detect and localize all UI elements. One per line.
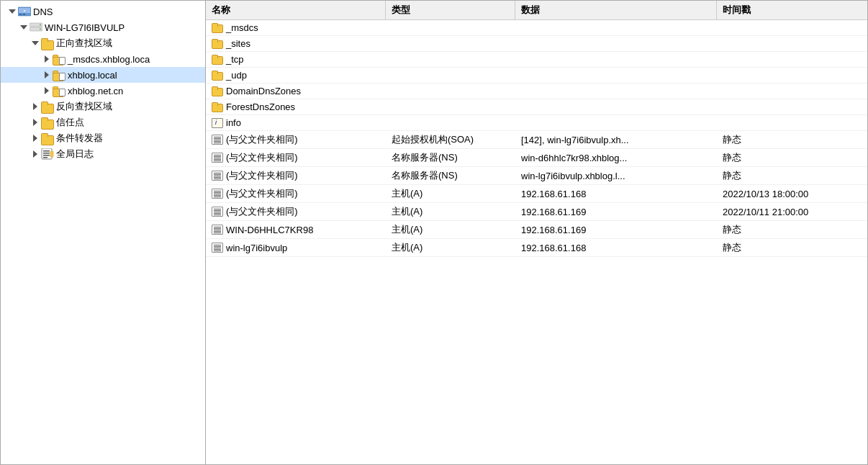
tree-item-reverse-zone[interactable]: 反向查找区域 — [1, 99, 205, 114]
col-header-name[interactable]: 名称 — [206, 1, 386, 19]
expander-server[interactable] — [18, 22, 30, 33]
cell-type-7: 起始授权机构(SOA) — [386, 131, 515, 148]
expand-arrow-server — [20, 25, 27, 30]
cell-type-11: 主机(A) — [386, 203, 515, 220]
folder-sm-icon — [212, 55, 223, 65]
expander-global-log[interactable] — [30, 148, 41, 160]
folder-sm-icon — [212, 39, 223, 49]
folder-sm-icon — [212, 102, 223, 112]
table-row[interactable]: ForestDnsZones — [206, 99, 867, 115]
table-row[interactable]: _sites — [206, 36, 867, 52]
expand-arrow-dns — [9, 9, 16, 14]
expander-xhblog-local[interactable] — [41, 69, 53, 81]
dns-icon — [18, 5, 31, 18]
row-name-text: _msdcs — [226, 22, 258, 33]
row-name-text: DomainDnsZones — [226, 86, 301, 96]
table-row[interactable]: _udp — [206, 68, 867, 83]
expander-xhblog-net[interactable] — [41, 85, 53, 96]
table-row[interactable]: _msdcs — [206, 20, 867, 36]
tree-item-conditional[interactable]: 条件转发器 — [1, 130, 205, 146]
col-header-timestamp[interactable]: 时间戳 — [717, 1, 861, 19]
expander-msdcs[interactable] — [41, 53, 53, 65]
tree-item-msdcs[interactable]: _msdcs.xhblog.loca — [1, 51, 205, 67]
col-header-type[interactable]: 类型 — [386, 1, 515, 19]
expand-arrow-trust — [33, 119, 37, 126]
cell-name-9: (与父文件夹相同) — [206, 167, 386, 184]
tree-item-dns[interactable]: DNS — [1, 4, 205, 19]
cell-name-11: (与父文件夹相同) — [206, 203, 386, 220]
msdcs-label: _msdcs.xhblog.loca — [68, 54, 150, 65]
row-name-text: (与父文件夹相同) — [226, 187, 298, 200]
table-row[interactable]: (与父文件夹相同)起始授权机构(SOA)[142], win-lg7i6ibvu… — [206, 131, 867, 149]
table-header: 名称 类型 数据 时间戳 — [206, 1, 867, 20]
cell-name-7: (与父文件夹相同) — [206, 131, 386, 148]
cell-name-6: info — [206, 115, 386, 130]
record-icon — [212, 135, 223, 145]
expander-reverse[interactable] — [30, 101, 41, 112]
row-name-text: _sites — [226, 38, 250, 49]
cell-timestamp-8: 静态 — [717, 149, 861, 166]
table-row[interactable]: win-lg7i6ibvulp主机(A)192.168.61.168静态 — [206, 239, 867, 257]
folder-sm-icon — [212, 23, 223, 33]
log-icon — [41, 148, 54, 161]
cell-type-10: 主机(A) — [386, 185, 515, 202]
record-icon — [212, 225, 223, 235]
cell-data-3 — [515, 68, 717, 83]
svg-rect-14 — [50, 151, 53, 157]
table-row[interactable]: (与父文件夹相同)名称服务器(NS)win-lg7i6ibvulp.xhblog… — [206, 167, 867, 185]
cell-type-9: 名称服务器(NS) — [386, 167, 515, 184]
expander-forward[interactable] — [30, 37, 41, 49]
cell-data-10: 192.168.61.168 — [515, 185, 717, 202]
cell-name-13: win-lg7i6ibvulp — [206, 239, 386, 256]
svg-rect-13 — [43, 157, 48, 158]
xhblog-local-label: xhblog.local — [68, 70, 117, 81]
table-row[interactable]: (与父文件夹相同)主机(A)192.168.61.1682022/10/13 1… — [206, 185, 867, 203]
expander-trust[interactable] — [30, 117, 41, 128]
record-icon — [212, 153, 223, 163]
cell-type-4 — [386, 83, 515, 99]
global-log-label: 全局日志 — [56, 148, 94, 161]
cell-timestamp-0 — [717, 20, 861, 35]
cell-timestamp-3 — [717, 68, 861, 83]
table-row[interactable]: (与父文件夹相同)主机(A)192.168.61.1692022/10/11 2… — [206, 203, 867, 221]
expander-conditional[interactable] — [30, 132, 41, 144]
cell-timestamp-9: 静态 — [717, 167, 861, 184]
tree-item-global-log[interactable]: 全局日志 — [1, 146, 205, 162]
table-row[interactable]: (与父文件夹相同)名称服务器(NS)win-d6hhlc7kr98.xhblog… — [206, 149, 867, 167]
record-icon — [212, 171, 223, 181]
cell-data-11: 192.168.61.169 — [515, 203, 717, 220]
table-row[interactable]: info — [206, 115, 867, 131]
trust-label: 信任点 — [56, 116, 84, 129]
cell-timestamp-10: 2022/10/13 18:00:00 — [717, 185, 861, 202]
row-name-text: (与父文件夹相同) — [226, 151, 298, 164]
record-icon — [212, 243, 223, 253]
table-row[interactable]: WIN-D6HHLC7KR98主机(A)192.168.61.169静态 — [206, 221, 867, 239]
svg-rect-11 — [43, 153, 50, 154]
cell-name-4: DomainDnsZones — [206, 83, 386, 99]
expander-dns[interactable] — [6, 6, 18, 17]
cell-data-4 — [515, 83, 717, 99]
table-row[interactable]: DomainDnsZones — [206, 83, 867, 99]
row-name-text: (与父文件夹相同) — [226, 133, 298, 146]
cell-data-5 — [515, 99, 717, 114]
row-name-text: _tcp — [226, 54, 244, 65]
cell-name-3: _udp — [206, 68, 386, 83]
row-name-text: _udp — [226, 70, 247, 81]
col-header-data[interactable]: 数据 — [515, 1, 717, 19]
tree-item-server[interactable]: WIN-LG7I6IBVULP — [1, 19, 205, 35]
tree-item-forward-zone[interactable]: 正向查找区域 — [1, 35, 205, 51]
cell-data-9: win-lg7i6ibvulp.xhblog.l... — [515, 167, 717, 184]
folder-reverse-icon — [41, 100, 54, 113]
cell-type-0 — [386, 20, 515, 35]
svg-rect-10 — [43, 150, 50, 152]
cell-name-5: ForestDnsZones — [206, 99, 386, 114]
folder-forward-icon — [41, 37, 54, 50]
cell-name-10: (与父文件夹相同) — [206, 185, 386, 202]
forward-zone-label: 正向查找区域 — [56, 37, 112, 50]
tree-item-xhblog-net[interactable]: xhblog.net.cn — [1, 83, 205, 99]
tree-item-xhblog-local[interactable]: xhblog.local — [1, 67, 205, 83]
table-row[interactable]: _tcp — [206, 52, 867, 68]
tree-item-trust[interactable]: 信任点 — [1, 114, 205, 130]
svg-point-8 — [40, 29, 41, 30]
cell-timestamp-11: 2022/10/11 21:00:00 — [717, 203, 861, 220]
